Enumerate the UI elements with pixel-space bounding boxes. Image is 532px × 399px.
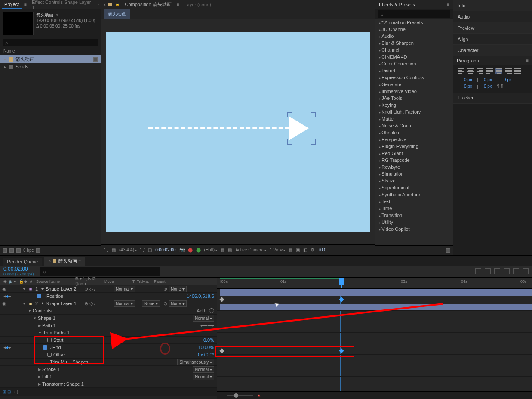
effect-category[interactable]: Time	[375, 205, 453, 212]
prop-trim-end[interactable]: ◀ ◆ ▶ ⌄ End 100.0%	[0, 344, 217, 351]
exposure-value[interactable]: +0.0	[318, 247, 326, 252]
comp-subtab[interactable]: 箭头动画	[104, 9, 130, 19]
effect-category[interactable]: Utility	[375, 219, 453, 226]
eye-icon[interactable]: ◉	[2, 286, 7, 292]
stopwatch-icon[interactable]	[47, 338, 52, 342]
effect-category[interactable]: 3D Channel	[375, 26, 453, 33]
panel-menu-icon[interactable]: ≡	[24, 2, 27, 7]
layer-bar[interactable]	[220, 304, 532, 310]
effect-category[interactable]: CINEMA 4D	[375, 53, 453, 60]
project-item-comp[interactable]: ▸ 箭头动画	[0, 55, 101, 63]
channel-icon[interactable]: ⬤	[196, 247, 201, 252]
keyframe[interactable]	[219, 297, 224, 302]
position-value[interactable]: 1406.0,518.6	[187, 294, 217, 299]
direction-icons[interactable]: ¶ ¶	[497, 84, 503, 89]
keyframe[interactable]	[219, 348, 224, 353]
timecode[interactable]: 0:00:02:00	[3, 266, 34, 272]
indent-right[interactable]: 0 px	[497, 77, 512, 82]
prop-shape1[interactable]: ▼ Shape 1 Normal ▾	[0, 315, 217, 322]
tab-layer-none[interactable]: Layer (none)	[181, 1, 213, 8]
justify-all-icon[interactable]	[514, 68, 521, 74]
fill-mode-dropdown[interactable]: Normal ▾	[193, 374, 214, 380]
channel-icon[interactable]: ⬤	[188, 247, 193, 252]
align-left-icon[interactable]	[458, 68, 464, 74]
prop-trim-start[interactable]: Start 0.0%	[0, 337, 217, 344]
draft3d-icon[interactable]	[485, 268, 491, 274]
toggle-switches-icon[interactable]: ⊞ ⊟	[3, 390, 11, 394]
frameblend-icon[interactable]	[504, 268, 510, 274]
tab-render-queue[interactable]: Render Queue	[3, 258, 42, 266]
grid-icon[interactable]: ▦	[112, 247, 116, 252]
zoom-slider[interactable]	[227, 395, 253, 396]
effect-category[interactable]: Stylize	[375, 177, 453, 184]
tab-effect-controls[interactable]: Effect Controls Shape Layer 1	[29, 0, 95, 11]
effect-category[interactable]: Video Copilot	[375, 226, 453, 232]
col-lock[interactable]: 🔒	[17, 279, 22, 284]
layer-label[interactable]: ■	[28, 286, 34, 291]
parent-dropdown[interactable]: None ▾	[169, 286, 187, 292]
panel-menu-icon[interactable]: ≡	[79, 259, 81, 263]
indent-left[interactable]: 0 px	[458, 77, 472, 82]
tab-timeline-comp[interactable]: × 箭头动画 ≡	[44, 257, 85, 266]
effects-search[interactable]	[378, 10, 450, 18]
effect-category[interactable]: Color Correction	[375, 60, 453, 67]
layer-row[interactable]: ◉ ▼ ■ 2 ★ Shape Layer 1 ⊕ ◇ / Normal ▾ N…	[0, 300, 217, 307]
transparency-icon[interactable]: ▨	[228, 247, 232, 252]
effect-category[interactable]: Rowbyte	[375, 164, 453, 170]
prop-stroke1[interactable]: ▶ Stroke 1 Normal ▾	[0, 366, 217, 373]
prop-position[interactable]: ◀ ◆ ▶ ⌄ Position 1406.0,518.6	[0, 293, 217, 300]
trim-shapes-dropdown[interactable]: Simultaneously ▾	[177, 359, 214, 365]
prop-transform-shape[interactable]: ▶ Transform: Shape 1	[0, 380, 217, 388]
camera-dropdown[interactable]: Active Camera	[235, 247, 266, 252]
playhead[interactable]	[341, 278, 342, 288]
layer-name[interactable]: Shape Layer 2	[46, 286, 84, 291]
keyframe[interactable]	[339, 297, 344, 302]
shape-mode-dropdown[interactable]: Normal ▾	[193, 315, 214, 322]
effect-category[interactable]: Obsolete	[375, 129, 453, 136]
effect-category[interactable]: Immersive Video	[375, 88, 453, 95]
stroke-mode-dropdown[interactable]: Normal ▾	[193, 366, 214, 373]
shy-icon[interactable]	[494, 268, 500, 274]
panel-info[interactable]: Info	[453, 0, 532, 11]
effect-category[interactable]: Superluminal	[375, 184, 453, 191]
tab-project[interactable]: Project	[2, 1, 22, 9]
effect-category[interactable]: Expression Controls	[375, 74, 453, 81]
col-source-name[interactable]: Source Name	[34, 279, 73, 284]
effect-category[interactable]: Synthetic Aperture	[375, 191, 453, 198]
panel-menu-icon[interactable]: ≡	[177, 2, 179, 7]
overflow-icon[interactable]: »	[98, 3, 99, 6]
prop-trimpaths[interactable]: ▼ Trim Paths 1	[0, 329, 217, 337]
trim-end-value[interactable]: 100.0%	[198, 345, 217, 350]
selection-handle[interactable]	[311, 112, 316, 117]
viewer-time[interactable]: 0:00:02:00	[155, 247, 175, 252]
effect-category[interactable]: Audio	[375, 33, 453, 40]
mode-dropdown[interactable]: Normal ▾	[114, 286, 135, 292]
new-comp-icon[interactable]	[9, 248, 14, 253]
prop-path1[interactable]: ▶ Path 1 ⟵⟶	[0, 322, 217, 329]
space-after[interactable]: 0 px	[477, 84, 492, 89]
mask-icon[interactable]: ◫	[148, 247, 152, 252]
effect-category[interactable]: Knoll Light Factory	[375, 108, 453, 115]
project-list-header[interactable]: Name	[0, 47, 101, 55]
selection-handle[interactable]	[311, 139, 316, 145]
snapshot-icon[interactable]: 📷	[179, 247, 185, 252]
effect-category[interactable]: Channel	[375, 46, 453, 53]
panel-menu-icon[interactable]: ≡	[526, 58, 529, 63]
effect-category[interactable]: Matte	[375, 115, 453, 122]
panel-character[interactable]: Character	[453, 45, 532, 56]
project-search[interactable]	[3, 39, 98, 46]
lock-icon[interactable]: 🔒	[115, 3, 120, 6]
col-parent[interactable]: Parent	[152, 279, 195, 284]
roi-icon[interactable]: ▦	[221, 247, 224, 252]
layer-bar[interactable]	[220, 289, 532, 296]
view-dropdown[interactable]: 1 View	[270, 247, 285, 252]
effect-category[interactable]: Keying	[375, 102, 453, 108]
zoom-out-icon[interactable]: —	[219, 393, 224, 398]
panel-tracker[interactable]: Tracker	[453, 93, 532, 104]
col-mode[interactable]: Mode	[102, 279, 131, 284]
indent-first[interactable]: 0 px	[477, 77, 492, 82]
zoom-in-icon[interactable]: 🔺	[256, 393, 261, 398]
graph-editor-icon[interactable]	[523, 268, 529, 274]
apply-effect-icon[interactable]	[446, 248, 450, 253]
trim-start-value[interactable]: 0.0%	[203, 337, 217, 343]
